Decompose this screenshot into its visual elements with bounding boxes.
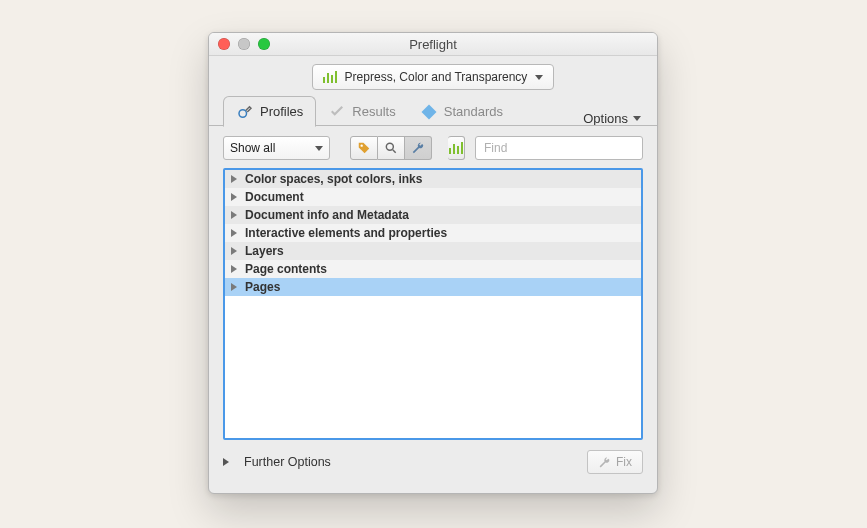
disclosure-triangle-icon xyxy=(231,265,237,273)
view-mode-profiles-button[interactable] xyxy=(350,136,378,160)
show-filter-label: Show all xyxy=(230,141,275,155)
list-item[interactable]: Document xyxy=(225,188,641,206)
bars-icon xyxy=(323,71,337,83)
results-icon xyxy=(328,103,346,121)
tab-profiles[interactable]: Profiles xyxy=(223,96,316,127)
wrench-icon xyxy=(598,456,611,469)
list-item[interactable]: Layers xyxy=(225,242,641,260)
list-item[interactable]: Color spaces, spot colors, inks xyxy=(225,170,641,188)
list-item[interactable]: Document info and Metadata xyxy=(225,206,641,224)
fix-button[interactable]: Fix xyxy=(587,450,643,474)
options-menu[interactable]: Options xyxy=(583,111,643,126)
list-item[interactable]: Interactive elements and properties xyxy=(225,224,641,242)
tab-standards[interactable]: Standards xyxy=(408,97,515,126)
bars-icon xyxy=(449,142,463,154)
group-label: Document xyxy=(245,190,304,204)
disclosure-triangle-icon xyxy=(223,458,229,466)
filter-toolbar: Show all xyxy=(209,126,657,168)
chevron-down-icon xyxy=(315,146,323,151)
preflight-window: Preflight Prepress, Color and Transparen… xyxy=(208,32,658,494)
footer: Further Options Fix xyxy=(209,440,657,474)
minimize-window-button[interactable] xyxy=(238,38,250,50)
further-options-toggle[interactable]: Further Options xyxy=(223,455,331,469)
further-options-label: Further Options xyxy=(244,455,331,469)
tab-row: Profiles Results Standards Options xyxy=(209,96,657,126)
group-label: Document info and Metadata xyxy=(245,208,409,222)
tab-results[interactable]: Results xyxy=(316,97,407,126)
tab-standards-label: Standards xyxy=(444,104,503,119)
svg-point-2 xyxy=(386,143,393,150)
disclosure-triangle-icon xyxy=(231,247,237,255)
close-window-button[interactable] xyxy=(218,38,230,50)
show-filter-select[interactable]: Show all xyxy=(223,136,330,160)
group-mode-button[interactable] xyxy=(448,136,465,160)
group-label: Color spaces, spot colors, inks xyxy=(245,172,422,186)
view-mode-fixups-button[interactable] xyxy=(405,136,432,160)
window-title: Preflight xyxy=(209,37,657,52)
group-label: Page contents xyxy=(245,262,327,276)
options-label: Options xyxy=(583,111,628,126)
tag-icon xyxy=(357,141,371,155)
standards-icon xyxy=(420,103,438,121)
disclosure-triangle-icon xyxy=(231,211,237,219)
group-label: Layers xyxy=(245,244,284,258)
view-mode-checks-button[interactable] xyxy=(378,136,405,160)
group-label: Interactive elements and properties xyxy=(245,226,447,240)
search-input[interactable] xyxy=(475,136,643,160)
tab-results-label: Results xyxy=(352,104,395,119)
svg-point-0 xyxy=(239,109,247,117)
window-controls xyxy=(218,38,270,50)
fix-button-label: Fix xyxy=(616,455,632,469)
zoom-window-button[interactable] xyxy=(258,38,270,50)
profiles-icon xyxy=(236,103,254,121)
disclosure-triangle-icon xyxy=(231,193,237,201)
category-bar: Prepress, Color and Transparency xyxy=(209,56,657,96)
disclosure-triangle-icon xyxy=(231,229,237,237)
disclosure-triangle-icon xyxy=(231,283,237,291)
category-label: Prepress, Color and Transparency xyxy=(345,70,528,84)
list-item-selected[interactable]: Pages xyxy=(225,278,641,296)
view-mode-group xyxy=(350,136,432,160)
tab-profiles-label: Profiles xyxy=(260,104,303,119)
group-label: Pages xyxy=(245,280,280,294)
magnifier-icon xyxy=(384,141,398,155)
disclosure-triangle-icon xyxy=(231,175,237,183)
titlebar: Preflight xyxy=(209,33,657,56)
chevron-down-icon xyxy=(633,116,641,121)
wrench-icon xyxy=(411,141,425,155)
category-dropdown[interactable]: Prepress, Color and Transparency xyxy=(312,64,555,90)
svg-point-1 xyxy=(360,145,362,147)
profile-group-list: Color spaces, spot colors, inks Document… xyxy=(223,168,643,440)
chevron-down-icon xyxy=(535,75,543,80)
list-item[interactable]: Page contents xyxy=(225,260,641,278)
